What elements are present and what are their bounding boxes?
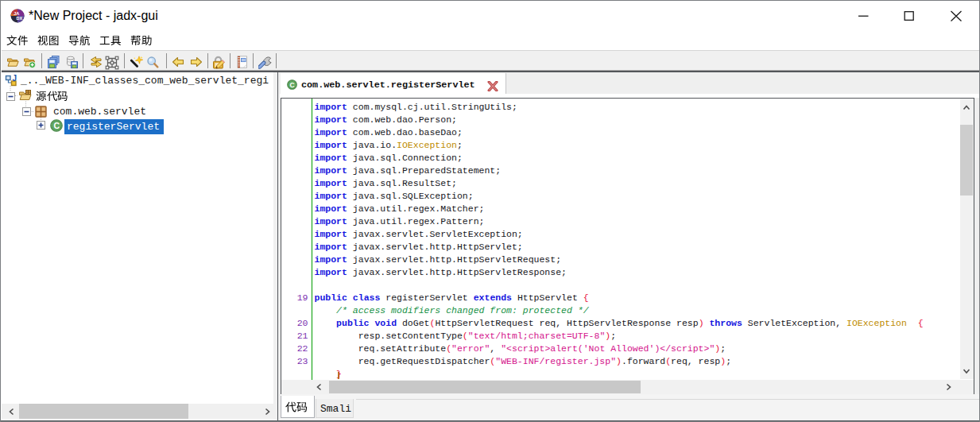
svg-text:J: J [13,74,17,83]
svg-text:C: C [53,120,60,130]
svg-text:C: C [290,81,295,89]
svg-text:DX: DX [17,16,23,21]
